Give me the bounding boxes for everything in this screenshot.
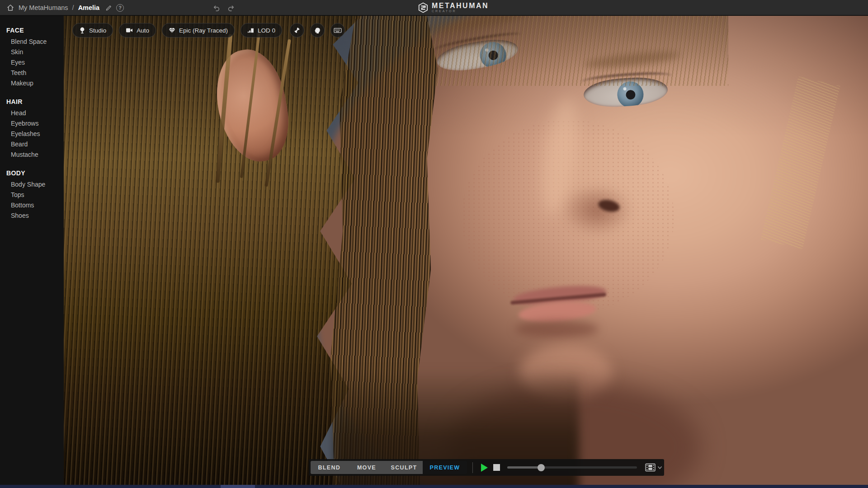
help-icon[interactable]: ? [116, 4, 124, 12]
clay-preview-button[interactable] [310, 23, 325, 38]
keyboard-shortcuts-button[interactable] [330, 23, 345, 38]
sidebar-item-eyelashes[interactable]: Eyelashes [0, 128, 64, 139]
keyboard-icon [334, 27, 342, 33]
camera-icon [126, 28, 133, 33]
sidebar-item-head[interactable]: Head [0, 108, 64, 118]
sidebar-item-blend-space[interactable]: Blend Space [0, 36, 64, 47]
taskbar-strip [0, 485, 868, 488]
catchlight-right [623, 87, 626, 90]
app-logo: METAHUMAN CREATOR [418, 0, 489, 15]
sidebar-item-mustache[interactable]: Mustache [0, 149, 64, 160]
slider-fill [507, 466, 541, 469]
rig-toggle-button[interactable] [290, 23, 304, 38]
quality-label: Epic (Ray Traced) [179, 27, 228, 34]
sidebar-item-tops[interactable]: Tops [0, 189, 64, 200]
section-title-hair: HAIR [0, 98, 64, 108]
breadcrumb-current: Amelia [78, 4, 100, 11]
sidebar-item-bottoms[interactable]: Bottoms [0, 200, 64, 210]
sidebar-item-makeup[interactable]: Makeup [0, 78, 64, 88]
viewport-toolbar: Studio Auto Epic (Ray Traced) LOD 0 [72, 23, 345, 38]
section-title-body: BODY [0, 169, 64, 179]
sidebar-section-face: FACE Blend Space Skin Eyes Teeth Makeup [0, 27, 64, 88]
mode-blend[interactable]: BLEND [311, 461, 348, 474]
nose-shadow [561, 184, 633, 236]
metahuman-hexagon-icon [418, 2, 428, 13]
sidebar-section-body: BODY Body Shape Tops Bottoms Shoes [0, 169, 64, 221]
logo-title: METAHUMAN [432, 2, 489, 9]
mode-segmented-control: BLEND MOVE SCULPT PREVIEW [311, 461, 467, 474]
rename-pencil-icon[interactable] [105, 5, 112, 11]
mode-move[interactable]: MOVE [348, 461, 386, 474]
sidebar-item-body-shape[interactable]: Body Shape [0, 179, 64, 189]
chevron-down-icon[interactable] [657, 466, 662, 469]
breadcrumb-root[interactable]: My MetaHumans [19, 4, 68, 11]
history-controls [212, 0, 235, 15]
environment-button[interactable]: Studio [72, 23, 113, 38]
animation-picker[interactable] [645, 463, 662, 472]
head-profile-icon [314, 27, 321, 34]
sidebar-item-eyes[interactable]: Eyes [0, 57, 64, 67]
top-bar: My MetaHumans / Amelia ? [0, 0, 868, 15]
redo-icon[interactable] [227, 4, 235, 12]
bottom-toolbar: BLEND MOVE SCULPT PREVIEW [309, 459, 664, 476]
quality-diamond-icon [169, 27, 175, 33]
viewport-render[interactable]: Studio Auto Epic (Ray Traced) LOD 0 [64, 16, 868, 485]
bone-icon [293, 27, 301, 34]
taskbar-segment [221, 485, 255, 488]
sidebar-section-hair: HAIR Head Eyebrows Eyelashes Beard Musta… [0, 98, 64, 160]
breadcrumb-separator: / [72, 4, 74, 11]
lod-button[interactable]: LOD 0 [241, 23, 282, 38]
sidebar: FACE Blend Space Skin Eyes Teeth Makeup … [0, 16, 64, 485]
logo-subtitle: CREATOR [432, 9, 489, 13]
pupil-right [626, 90, 636, 100]
studio-light-icon [79, 27, 85, 34]
stop-button[interactable] [493, 464, 500, 471]
slider-thumb[interactable] [538, 464, 545, 471]
mode-preview[interactable]: PREVIEW [423, 461, 467, 474]
camera-label: Auto [137, 27, 149, 34]
timeline-slider[interactable] [507, 463, 637, 472]
mode-sculpt[interactable]: SCULPT [385, 461, 423, 474]
breadcrumb: My MetaHumans / Amelia ? [6, 0, 124, 15]
metahuman-creator-app: My MetaHumans / Amelia ? [0, 0, 868, 488]
home-icon[interactable] [6, 4, 14, 12]
camera-button[interactable]: Auto [119, 23, 156, 38]
film-strip-icon [645, 463, 656, 472]
sidebar-item-shoes[interactable]: Shoes [0, 210, 64, 221]
section-title-face: FACE [0, 27, 64, 36]
environment-label: Studio [89, 27, 106, 34]
sidebar-item-skin[interactable]: Skin [0, 47, 64, 57]
help-label: ? [118, 5, 122, 10]
sidebar-item-teeth[interactable]: Teeth [0, 67, 64, 78]
toolbar-divider [472, 462, 473, 473]
quality-button[interactable]: Epic (Ray Traced) [162, 23, 235, 38]
undo-icon[interactable] [212, 4, 220, 12]
lod-bars-icon [247, 27, 254, 33]
play-button[interactable] [481, 464, 488, 472]
lip-shadow [515, 320, 599, 338]
sidebar-item-eyebrows[interactable]: Eyebrows [0, 118, 64, 128]
lod-label: LOD 0 [258, 27, 275, 34]
sidebar-item-beard[interactable]: Beard [0, 139, 64, 149]
